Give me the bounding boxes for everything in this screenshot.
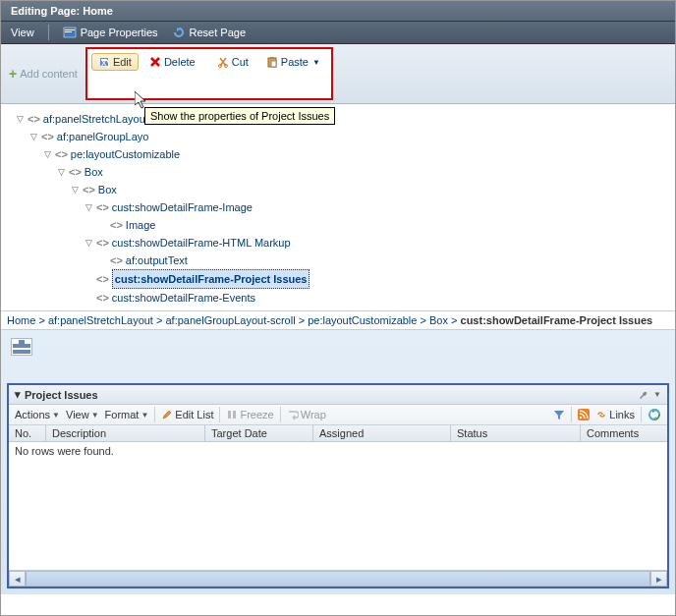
view-menu[interactable]: View <box>11 27 34 38</box>
paste-button[interactable]: Paste ▼ <box>259 53 327 71</box>
tag-icon: <> <box>83 181 95 198</box>
main-toolbar: + Add content xy Edit Delete Cut Paste ▼… <box>1 44 675 104</box>
empty-message: No rows were found. <box>9 442 667 570</box>
tree-node-selected[interactable]: <>cust:showDetailFrame-Project Issues <box>84 269 671 289</box>
reset-page-button[interactable]: Reset Page <box>172 27 246 38</box>
tag-icon: <> <box>69 163 82 181</box>
col-status[interactable]: Status <box>451 425 581 441</box>
preview-area: ▾ Project Issues ▼ Actions▼ View▼ Format… <box>1 330 675 594</box>
tree-node[interactable]: <>cust:showDetailFrame-Events <box>84 289 671 307</box>
expand-icon[interactable]: ▽ <box>70 181 80 198</box>
refresh-icon[interactable] <box>648 408 661 421</box>
svg-rect-10 <box>271 61 276 67</box>
expand-icon[interactable]: ▽ <box>42 145 52 163</box>
tag-icon: <> <box>96 234 109 252</box>
cut-button[interactable]: Cut <box>210 53 255 71</box>
tree-node[interactable]: ▽<>pe:layoutCustomizable <box>42 145 671 163</box>
freeze-button[interactable]: Freeze <box>226 409 273 420</box>
breadcrumb-item[interactable]: af:panelGroupLayout-scroll <box>166 314 296 326</box>
breadcrumb-item[interactable]: af:panelStretchLayout <box>48 314 153 326</box>
link-icon <box>595 409 607 420</box>
separator <box>48 25 49 40</box>
panel-toolbar: Actions▼ View▼ Format▼ Edit List Freeze … <box>9 405 667 425</box>
dropdown-icon[interactable]: ▼ <box>653 390 661 399</box>
expand-icon[interactable]: ▽ <box>84 198 93 216</box>
horizontal-scrollbar[interactable]: ◂ ▸ <box>9 570 667 587</box>
tooltip: Show the properties of Project Issues <box>144 107 335 125</box>
breadcrumb-item[interactable]: Home <box>7 314 35 326</box>
actions-menu[interactable]: Actions▼ <box>15 409 60 420</box>
tree-node[interactable]: ▽<>cust:showDetailFrame-Image <box>84 198 671 216</box>
svg-rect-11 <box>228 411 231 419</box>
scroll-right-button[interactable]: ▸ <box>650 571 667 587</box>
reset-icon <box>172 27 186 38</box>
scroll-track[interactable] <box>26 571 650 587</box>
breadcrumb: Home > af:panelStretchLayout > af:panelG… <box>1 310 675 330</box>
add-content-button[interactable]: + Add content <box>7 64 80 84</box>
col-comments[interactable]: Comments <box>581 425 667 441</box>
svg-rect-9 <box>270 57 274 59</box>
tag-icon: <> <box>96 270 109 288</box>
rss-icon[interactable] <box>578 409 590 420</box>
edit-list-button[interactable]: Edit List <box>161 409 213 420</box>
page-title: Editing Page: Home <box>11 5 113 17</box>
tree-node[interactable]: <>Image <box>97 216 671 234</box>
tree-node[interactable]: ▽<>af:panelStretchLayout <box>15 110 671 128</box>
tag-icon: <> <box>96 289 109 307</box>
col-target-date[interactable]: Target Date <box>205 425 313 441</box>
page-header: Editing Page: Home <box>1 1 675 22</box>
tree-node[interactable]: ▽<>cust:showDetailFrame-HTML Markup <box>84 234 671 252</box>
tag-icon: <> <box>28 110 40 128</box>
freeze-icon <box>226 409 238 420</box>
links-button[interactable]: Links <box>595 409 635 420</box>
col-assigned[interactable]: Assigned <box>313 425 451 441</box>
breadcrumb-current: cust:showDetailFrame-Project Issues <box>461 314 653 326</box>
svg-rect-2 <box>65 31 72 32</box>
tree-node[interactable]: ▽<>Box <box>56 163 671 181</box>
svg-rect-13 <box>578 409 590 420</box>
project-issues-panel: ▾ Project Issues ▼ Actions▼ View▼ Format… <box>7 383 669 588</box>
edit-icon: xy <box>98 56 110 68</box>
tree-node[interactable]: <>af:outputText <box>97 252 671 269</box>
breadcrumb-item[interactable]: Box <box>429 314 448 326</box>
paste-icon <box>266 56 278 68</box>
cut-icon <box>217 56 229 68</box>
col-description[interactable]: Description <box>46 425 205 441</box>
expand-icon[interactable]: ▽ <box>56 163 66 181</box>
page-properties-button[interactable]: Page Properties <box>63 27 158 38</box>
plus-icon: + <box>9 66 17 82</box>
scroll-thumb[interactable] <box>26 572 650 586</box>
filter-icon[interactable] <box>553 409 565 420</box>
panel-header: ▾ Project Issues ▼ <box>9 385 667 405</box>
expand-icon[interactable]: ▽ <box>84 234 93 252</box>
tree-node[interactable]: ▽<>af:panelGroupLayo <box>28 128 671 145</box>
col-no[interactable]: No. <box>9 425 46 441</box>
properties-icon <box>63 27 77 38</box>
separator <box>571 407 572 422</box>
scroll-left-button[interactable]: ◂ <box>9 571 26 587</box>
edit-toolbar: xy Edit Delete Cut Paste ▼ <box>85 47 333 100</box>
component-tree: ▽<>af:panelStretchLayout ▽<>af:panelGrou… <box>1 104 675 310</box>
wrench-icon[interactable] <box>638 389 649 401</box>
tag-icon: <> <box>55 145 68 163</box>
delete-button[interactable]: Delete <box>142 53 202 71</box>
table-columns: No. Description Target Date Assigned Sta… <box>9 425 667 442</box>
svg-rect-1 <box>65 29 75 30</box>
panel-title: Project Issues <box>25 389 98 401</box>
delete-icon <box>149 56 161 68</box>
svg-text:xy: xy <box>101 56 110 68</box>
collapse-icon[interactable]: ▾ <box>15 388 21 401</box>
expand-icon[interactable]: ▽ <box>15 110 25 128</box>
structure-icon[interactable] <box>11 338 32 356</box>
tree-node[interactable]: ▽<>Box <box>70 181 671 198</box>
breadcrumb-item[interactable]: pe:layoutCustomizable <box>308 314 417 326</box>
format-menu[interactable]: Format▼ <box>105 409 149 420</box>
separator <box>280 407 281 422</box>
wrap-button[interactable]: Wrap <box>287 409 326 420</box>
view-menu[interactable]: View▼ <box>66 409 99 420</box>
tag-icon: <> <box>96 198 109 216</box>
separator <box>219 407 220 422</box>
separator <box>154 407 155 422</box>
expand-icon[interactable]: ▽ <box>28 128 38 145</box>
edit-button[interactable]: xy Edit <box>91 53 139 71</box>
